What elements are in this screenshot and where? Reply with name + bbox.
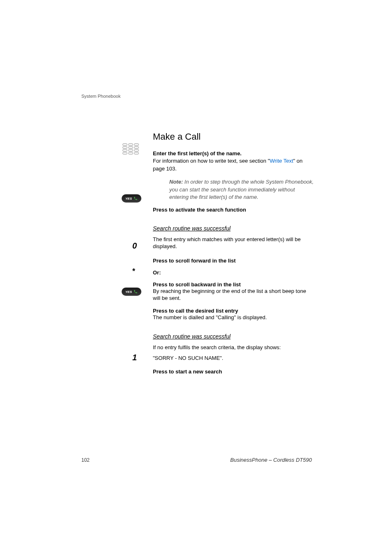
step5: Press to call the desired list entry The… [153, 308, 314, 321]
step5-text: The number is dialled and "Calling" is d… [153, 314, 314, 321]
section-title: Make a Call [153, 131, 314, 142]
yes-button-icon-2: YES [122, 288, 141, 296]
phone-handset-icon [134, 196, 138, 200]
key-one-icon: 1 [132, 353, 137, 362]
keypad-icon [122, 143, 140, 155]
page-number: 102 [81, 457, 90, 463]
step-1: Enter the first letter(s) of the name. F… [153, 150, 314, 172]
yes-button-icon: YES [122, 194, 141, 203]
subsection-success-2: Search routine was successful [153, 333, 314, 340]
sub2-text1: If no entry fulfils the search criteria,… [153, 344, 314, 351]
step4-bold: Press to scroll backward in the list [153, 281, 314, 288]
yes-label: YES [125, 290, 132, 294]
step4-text: By reaching the beginning or the end of … [153, 288, 314, 302]
or-text: Or: [153, 269, 314, 276]
subsection-success-1: Search routine was successful [153, 225, 314, 232]
main-content: Make a Call Enter the first letter(s) of… [153, 131, 314, 375]
step3: Press to scroll forward in the list [153, 258, 314, 264]
sub2-text2: "SORRY - NO SUCH NAME". [153, 355, 314, 362]
step4: Press to scroll backward in the list By … [153, 281, 314, 302]
step2: Press to activate the search function [153, 207, 314, 213]
step5-bold: Press to call the desired list entry [153, 308, 314, 314]
page-header: System Phonebook [81, 94, 120, 99]
write-text-link[interactable]: Write Text [270, 158, 293, 164]
key-zero-icon: 0 [132, 241, 137, 251]
sub1-text: The first entry which matches with your … [153, 236, 314, 250]
note-label: Note: [169, 179, 184, 185]
note-text: In order to step through the whole Syste… [169, 179, 314, 200]
device-model: BusinessPhone – Cordless DT590 [230, 457, 312, 463]
step1-bold: Enter the first letter(s) of the name. [153, 150, 242, 157]
yes-label: YES [125, 197, 132, 200]
step6: Press to start a new search [153, 368, 314, 375]
phone-handset-icon [134, 290, 138, 294]
note-block: Note: In order to step through the whole… [153, 178, 314, 201]
step1-text-pre: For information on how to write text, se… [153, 158, 270, 164]
key-star-icon: * [132, 267, 135, 276]
step1-text: For information on how to write text, se… [153, 158, 302, 172]
